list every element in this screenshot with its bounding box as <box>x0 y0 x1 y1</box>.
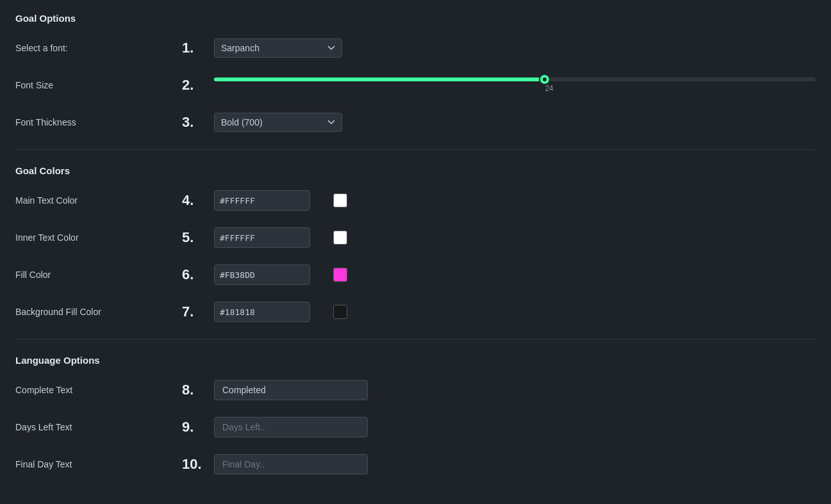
step-10: 10. <box>182 456 214 473</box>
step-3: 3. <box>182 114 214 131</box>
fill-color-control <box>214 264 816 285</box>
bg-fill-color-swatch[interactable] <box>333 305 347 319</box>
language-options-title: Language Options <box>15 355 816 366</box>
main-text-color-hex-input[interactable] <box>220 196 328 206</box>
font-select-label: Select a font: <box>15 43 182 53</box>
step-4: 4. <box>182 192 214 209</box>
bg-fill-color-row: Background Fill Color 7. <box>15 300 816 323</box>
main-text-color-swatch[interactable] <box>333 193 347 207</box>
inner-text-color-label: Inner Text Color <box>15 232 182 243</box>
days-left-text-control <box>214 417 816 437</box>
days-left-text-input[interactable] <box>214 417 368 437</box>
main-text-color-control <box>214 190 816 211</box>
complete-text-input[interactable] <box>214 380 368 400</box>
fill-color-input-wrapper[interactable] <box>214 264 310 285</box>
slider-track[interactable] <box>214 77 816 81</box>
fill-color-label: Fill Color <box>15 270 182 280</box>
goal-options-title: Goal Options <box>15 13 816 24</box>
slider-thumb-inner <box>543 77 547 81</box>
font-select-row: Select a font: 1. Sarpanch Roboto Open S… <box>15 37 816 60</box>
fill-color-swatch[interactable] <box>333 268 347 282</box>
slider-thumb[interactable] <box>539 74 550 85</box>
complete-text-label: Complete Text <box>15 385 182 395</box>
font-size-slider-wrapper: 24 <box>214 77 816 93</box>
font-select-input[interactable]: Sarpanch Roboto Open Sans Montserrat Lat… <box>214 38 342 58</box>
days-left-text-label: Days Left Text <box>15 422 182 432</box>
step-8: 8. <box>182 382 214 398</box>
font-thickness-row: Font Thickness 3. Thin (100) Light (300)… <box>15 111 816 134</box>
font-size-row: Font Size 2. 24 <box>15 74 816 97</box>
step-6: 6. <box>182 266 214 283</box>
bg-fill-color-label: Background Fill Color <box>15 307 182 317</box>
divider-2 <box>15 339 816 339</box>
font-thickness-select[interactable]: Thin (100) Light (300) Regular (400) Med… <box>214 113 342 132</box>
bg-fill-color-input-wrapper[interactable] <box>214 302 310 322</box>
font-size-slider-control: 24 <box>214 77 816 93</box>
font-select-control: Sarpanch Roboto Open Sans Montserrat Lat… <box>214 38 816 58</box>
final-day-text-control <box>214 454 816 475</box>
inner-text-color-control <box>214 227 816 248</box>
inner-text-color-input-wrapper[interactable] <box>214 227 310 248</box>
step-2: 2. <box>182 77 214 93</box>
step-9: 9. <box>182 419 214 435</box>
slider-value: 24 <box>214 84 816 93</box>
inner-text-color-row: Inner Text Color 5. <box>15 226 816 249</box>
divider-1 <box>15 149 816 150</box>
fill-color-row: Fill Color 6. <box>15 263 816 286</box>
goal-colors-title: Goal Colors <box>15 165 816 176</box>
slider-fill <box>214 77 545 81</box>
final-day-text-label: Final Day Text <box>15 459 182 469</box>
main-text-color-row: Main Text Color 4. <box>15 189 816 212</box>
bg-fill-color-control <box>214 302 816 322</box>
fill-color-hex-input[interactable] <box>220 270 328 280</box>
main-text-color-input-wrapper[interactable] <box>214 190 310 211</box>
font-thickness-label: Font Thickness <box>15 117 182 127</box>
step-5: 5. <box>182 229 214 246</box>
step-1: 1. <box>182 40 214 56</box>
bg-fill-color-hex-input[interactable] <box>220 307 328 317</box>
complete-text-row: Complete Text 8. <box>15 378 816 402</box>
days-left-text-row: Days Left Text 9. <box>15 416 816 439</box>
step-7: 7. <box>182 304 214 320</box>
font-size-label: Font Size <box>15 80 182 90</box>
final-day-text-row: Final Day Text 10. <box>15 453 816 476</box>
main-text-color-label: Main Text Color <box>15 195 182 206</box>
complete-text-control <box>214 380 816 400</box>
inner-text-color-hex-input[interactable] <box>220 233 328 243</box>
inner-text-color-swatch[interactable] <box>333 231 347 245</box>
final-day-text-input[interactable] <box>214 454 368 475</box>
font-thickness-control: Thin (100) Light (300) Regular (400) Med… <box>214 113 816 132</box>
